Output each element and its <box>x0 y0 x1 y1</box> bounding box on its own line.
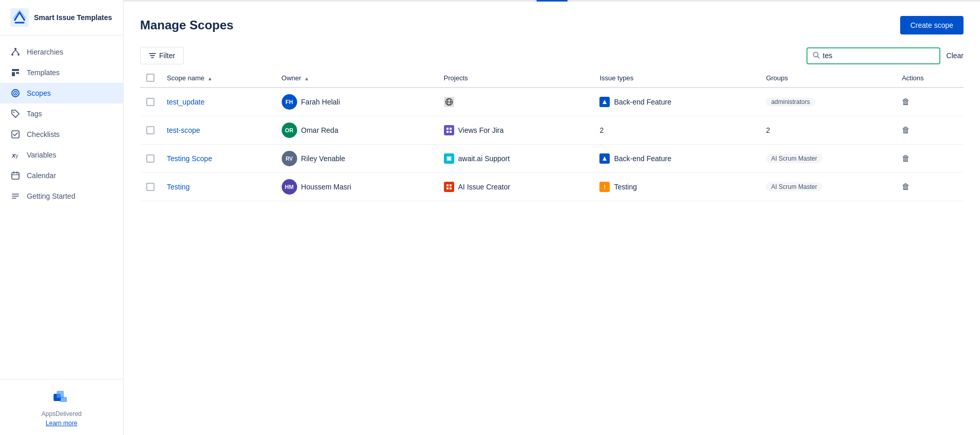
svg-point-2 <box>11 54 13 56</box>
row-select-checkbox[interactable] <box>146 154 154 163</box>
toolbar: Filter Clear <box>124 43 980 68</box>
row-actions: 🗑 <box>896 173 964 201</box>
owner-name: Houssem Masri <box>301 183 351 191</box>
svg-rect-24 <box>57 391 64 398</box>
row-issue-types: Back-end Feature <box>593 88 760 116</box>
sidebar-item-getting-started[interactable]: Getting Started <box>0 186 123 206</box>
svg-rect-16 <box>12 172 19 179</box>
page-title: Manage Scopes <box>140 18 233 32</box>
sidebar-item-templates[interactable]: Templates <box>0 62 123 83</box>
clear-button[interactable]: Clear <box>947 51 964 60</box>
sidebar-label-checklists: Checklists <box>27 130 60 138</box>
row-checkbox <box>140 173 161 201</box>
sidebar-item-variables[interactable]: xy Variables <box>0 145 123 165</box>
row-projects: Views For Jira <box>438 116 594 145</box>
main-header: Manage Scopes Create scope <box>124 2 980 43</box>
table-header-row: Scope name ▲ Owner ▲ Projects Issue type… <box>140 68 964 88</box>
sidebar-nav: Hierarchies Templates Scopes Tags Checkl… <box>0 36 123 379</box>
progress-bar <box>124 0 980 2</box>
tags-icon <box>10 109 21 119</box>
col-issue-types: Issue types <box>593 68 760 88</box>
owner-avatar: HM <box>282 179 297 195</box>
app-name: Smart Issue Templates <box>34 13 112 22</box>
select-all-checkbox[interactable] <box>146 74 154 82</box>
search-input[interactable] <box>823 51 934 60</box>
svg-rect-7 <box>12 72 15 76</box>
col-owner: Owner ▲ <box>276 68 438 88</box>
row-issue-types: ! Testing <box>593 173 760 201</box>
apps-delivered-logo-icon <box>51 388 72 408</box>
svg-rect-36 <box>450 128 452 130</box>
svg-rect-42 <box>446 184 449 186</box>
row-owner: HM Houssem Masri <box>276 173 438 201</box>
col-actions: Actions <box>896 68 964 88</box>
project-icon <box>444 153 454 164</box>
table-row: Testing Scope RV Riley Venable <box>140 145 964 173</box>
row-groups: AI Scrum Master <box>760 173 896 201</box>
row-checkbox <box>140 88 161 116</box>
row-scope-name: Testing Scope <box>161 145 276 173</box>
owner-sort-icon[interactable]: ▲ <box>304 76 309 81</box>
project-icon <box>444 182 454 192</box>
svg-point-3 <box>18 54 20 56</box>
learn-more-link[interactable]: Learn more <box>10 420 113 427</box>
svg-rect-37 <box>446 131 449 133</box>
sidebar-item-tags[interactable]: Tags <box>0 103 123 124</box>
delete-icon[interactable]: 🗑 <box>902 154 910 163</box>
row-actions: 🗑 <box>896 88 964 116</box>
svg-rect-44 <box>446 187 449 189</box>
sidebar-item-calendar[interactable]: Calendar <box>0 165 123 186</box>
table-row: test_update FH Farah Helali <box>140 88 964 116</box>
scope-name-link[interactable]: Testing <box>167 183 190 191</box>
row-select-checkbox[interactable] <box>146 183 154 191</box>
filter-button[interactable]: Filter <box>140 47 184 64</box>
svg-rect-40 <box>448 157 451 160</box>
col-checkbox <box>140 68 161 88</box>
row-checkbox <box>140 116 161 145</box>
svg-line-30 <box>817 56 819 58</box>
row-groups: administrators <box>760 88 896 116</box>
owner-name: Farah Helali <box>301 98 340 106</box>
search-box-container <box>806 47 940 64</box>
sidebar-item-hierarchies[interactable]: Hierarchies <box>0 42 123 62</box>
svg-rect-25 <box>60 397 67 402</box>
row-actions: 🗑 <box>896 145 964 173</box>
row-issue-types: Back-end Feature <box>593 145 760 173</box>
scope-name-link[interactable]: Testing Scope <box>167 154 212 163</box>
svg-marker-34 <box>603 100 607 104</box>
scopes-table: Scope name ▲ Owner ▲ Projects Issue type… <box>140 68 964 201</box>
main-content: Manage Scopes Create scope Filter Clear <box>124 0 980 435</box>
delete-icon[interactable]: 🗑 <box>902 126 910 134</box>
owner-avatar: FH <box>282 94 297 110</box>
svg-text:y: y <box>15 152 19 159</box>
sidebar-item-checklists[interactable]: Checklists <box>0 124 123 145</box>
sidebar-logo: Smart Issue Templates <box>0 0 123 36</box>
scope-name-link[interactable]: test-scope <box>167 126 200 134</box>
group-badge: AI Scrum Master <box>766 182 822 192</box>
row-actions: 🗑 <box>896 116 964 145</box>
row-checkbox <box>140 145 161 173</box>
svg-line-4 <box>12 50 15 54</box>
row-select-checkbox[interactable] <box>146 98 154 106</box>
owner-avatar: OR <box>282 123 297 138</box>
sidebar-item-scopes[interactable]: Scopes <box>0 83 123 103</box>
delete-icon[interactable]: 🗑 <box>902 97 910 106</box>
delete-icon[interactable]: 🗑 <box>902 182 910 191</box>
svg-rect-43 <box>450 184 452 186</box>
sidebar-label-scopes: Scopes <box>27 89 51 97</box>
row-owner: FH Farah Helali <box>276 88 438 116</box>
scope-name-sort-icon[interactable]: ▲ <box>208 76 213 81</box>
project-name: AI Issue Creator <box>458 183 510 191</box>
issue-type-label: Testing <box>614 183 637 191</box>
create-scope-button[interactable]: Create scope <box>900 16 964 34</box>
sidebar-label-variables: Variables <box>27 151 56 159</box>
row-scope-name: test-scope <box>161 116 276 145</box>
issue-type-label: Back-end Feature <box>614 98 671 106</box>
scope-name-link[interactable]: test_update <box>167 98 204 106</box>
sidebar-label-tags: Tags <box>27 110 42 118</box>
project-name: Views For Jira <box>458 126 504 134</box>
row-select-checkbox[interactable] <box>146 126 154 134</box>
scopes-icon <box>10 88 21 98</box>
svg-point-11 <box>15 93 16 94</box>
svg-rect-45 <box>450 187 452 189</box>
